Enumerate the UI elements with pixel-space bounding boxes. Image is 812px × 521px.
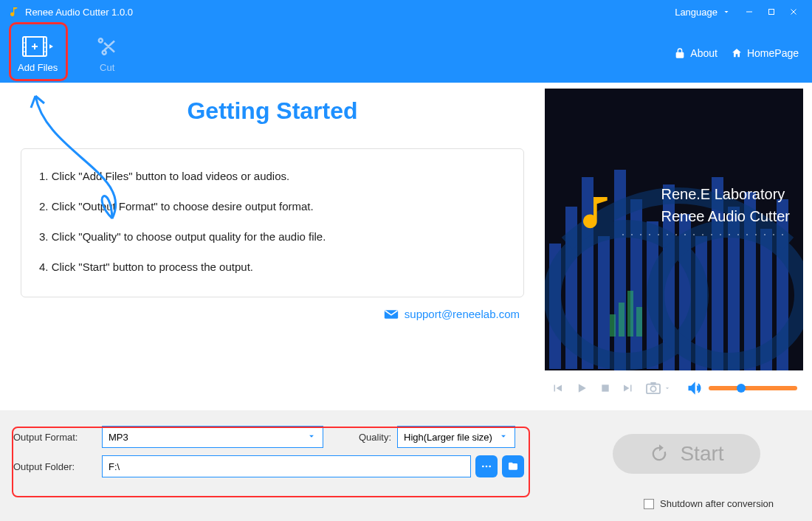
svg-rect-32 bbox=[636, 307, 642, 337]
add-files-label: Add Files bbox=[18, 62, 58, 73]
add-files-icon bbox=[21, 34, 54, 59]
quality-select[interactable]: High(Larger file size) bbox=[397, 426, 515, 448]
getting-started-heading: Getting Started bbox=[13, 97, 531, 125]
shutdown-checkbox[interactable] bbox=[644, 499, 654, 509]
brand-line1: Rene.E Laboratory bbox=[661, 183, 790, 205]
svg-rect-31 bbox=[627, 291, 633, 337]
output-format-label: Output Format: bbox=[13, 432, 102, 443]
output-format-select[interactable]: MP3 bbox=[102, 426, 323, 448]
quality-label: Quality: bbox=[353, 432, 397, 443]
add-files-button[interactable]: Add Files bbox=[13, 31, 62, 76]
svg-rect-1 bbox=[769, 10, 774, 15]
toolbar: Add Files Cut About HomePage bbox=[0, 24, 812, 83]
svg-point-35 bbox=[650, 386, 656, 391]
close-button[interactable] bbox=[782, 4, 805, 19]
preview-canvas: Rene.E Laboratory Renee Audio Cutter bbox=[545, 89, 803, 370]
support-email-link[interactable]: support@reneelab.com bbox=[384, 308, 520, 320]
player-next-button[interactable] bbox=[622, 382, 635, 395]
preview-panel: Rene.E Laboratory Renee Audio Cutter bbox=[545, 83, 812, 410]
player-controls bbox=[545, 370, 803, 400]
svg-rect-0 bbox=[746, 12, 752, 13]
about-link[interactable]: About bbox=[674, 47, 718, 59]
player-prev-button[interactable] bbox=[551, 382, 564, 395]
support-email-text: support@reneelab.com bbox=[405, 308, 520, 320]
language-label: Language bbox=[675, 7, 718, 18]
output-folder-label: Output Folder: bbox=[13, 461, 102, 472]
titlebar: Renee Audio Cutter 1.0.0 Language bbox=[0, 0, 812, 24]
bottom-panel: Output Format: MP3 Quality: High(Larger … bbox=[0, 410, 812, 521]
refresh-icon bbox=[649, 444, 670, 464]
svg-rect-30 bbox=[619, 303, 625, 337]
cut-label: Cut bbox=[100, 62, 114, 73]
guide-step: 2. Click "Output Format" to choose desir… bbox=[39, 200, 506, 213]
chevron-down-icon bbox=[664, 384, 671, 392]
svg-rect-36 bbox=[650, 382, 656, 385]
quality-value: High(Larger file size) bbox=[404, 432, 492, 443]
svg-point-39 bbox=[489, 466, 491, 468]
chevron-down-icon bbox=[498, 431, 509, 444]
mail-icon bbox=[384, 309, 399, 320]
minimize-button[interactable] bbox=[738, 4, 760, 19]
brand-line2: Renee Audio Cutter bbox=[661, 205, 790, 227]
svg-point-37 bbox=[482, 466, 484, 468]
player-stop-button[interactable] bbox=[599, 382, 611, 394]
volume-control[interactable] bbox=[687, 381, 797, 396]
maximize-button[interactable] bbox=[760, 4, 782, 19]
guide-step: 3. Click "Quality" to choose output qual… bbox=[39, 230, 506, 243]
output-folder-value: F:\ bbox=[109, 461, 120, 472]
window-title: Renee Audio Cutter 1.0.0 bbox=[25, 7, 133, 18]
volume-icon bbox=[687, 381, 701, 396]
guide-steps-box: 1. Click "Add Files" button to load vide… bbox=[21, 148, 524, 297]
start-button[interactable]: Start bbox=[613, 434, 760, 474]
svg-point-38 bbox=[486, 466, 488, 468]
homepage-label: HomePage bbox=[747, 47, 799, 59]
music-note-icon bbox=[573, 192, 614, 236]
app-logo-icon bbox=[7, 6, 19, 18]
start-label: Start bbox=[680, 442, 723, 466]
svg-rect-29 bbox=[610, 314, 616, 337]
getting-started-panel: Getting Started 1. Click "Add Files" but… bbox=[0, 83, 545, 410]
guide-step: 4. Click "Start" button to process the o… bbox=[39, 260, 506, 273]
about-label: About bbox=[690, 47, 718, 59]
home-icon bbox=[731, 47, 743, 59]
language-menu[interactable]: Language bbox=[675, 7, 731, 18]
output-folder-input[interactable]: F:\ bbox=[102, 455, 471, 477]
shutdown-label: Shutdown after conversion bbox=[660, 498, 774, 509]
preview-brand-text: Rene.E Laboratory Renee Audio Cutter bbox=[661, 183, 790, 227]
svg-rect-33 bbox=[602, 384, 608, 391]
shutdown-checkbox-row[interactable]: Shutdown after conversion bbox=[644, 498, 774, 509]
homepage-link[interactable]: HomePage bbox=[731, 47, 799, 59]
guide-step: 1. Click "Add Files" button to load vide… bbox=[39, 170, 506, 182]
chevron-down-icon bbox=[722, 7, 731, 16]
chevron-down-icon bbox=[306, 431, 317, 444]
player-play-button[interactable] bbox=[574, 381, 589, 396]
main-area: Getting Started 1. Click "Add Files" but… bbox=[0, 83, 812, 410]
scissors-icon bbox=[96, 34, 118, 59]
toolbar-right: About HomePage bbox=[674, 24, 799, 83]
lock-icon bbox=[674, 47, 686, 59]
volume-slider[interactable] bbox=[709, 386, 797, 390]
more-options-button[interactable] bbox=[475, 455, 498, 477]
browse-folder-button[interactable] bbox=[502, 455, 524, 477]
sparkle-decoration bbox=[619, 232, 790, 238]
player-snapshot-button[interactable] bbox=[645, 382, 671, 395]
output-format-value: MP3 bbox=[109, 432, 128, 443]
cut-button: Cut bbox=[92, 31, 123, 76]
